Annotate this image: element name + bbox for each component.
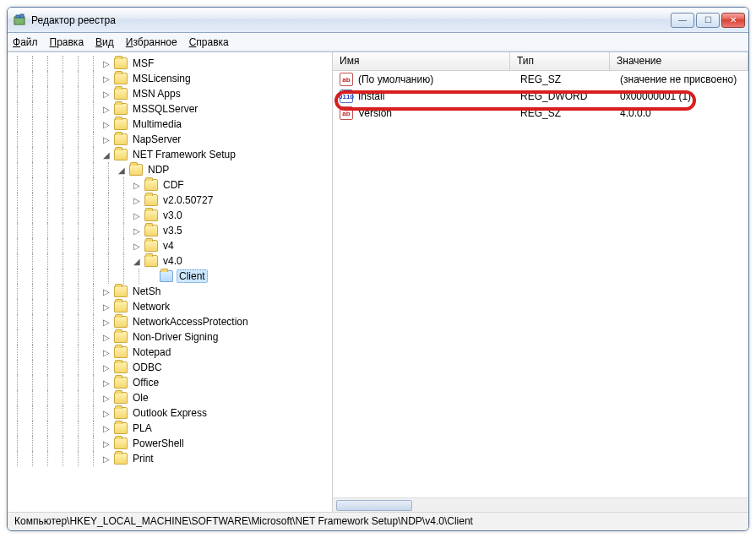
tree-item[interactable]: ▷Network <box>9 299 332 314</box>
tree-item[interactable]: ▷Ole <box>9 390 332 405</box>
tree-item[interactable]: ▷MSN Apps <box>9 86 332 101</box>
tree-toggle-icon[interactable]: ▷ <box>101 422 112 434</box>
tree-toggle-icon[interactable]: ▷ <box>101 346 112 358</box>
tree-item[interactable]: Client <box>9 269 332 284</box>
folder-icon <box>114 73 128 84</box>
tree-item[interactable]: ◢NET Framework Setup <box>9 147 332 162</box>
tree-toggle-icon[interactable]: ◢ <box>116 164 128 176</box>
tree-toggle-icon[interactable]: ▷ <box>101 57 112 69</box>
tree-item[interactable]: ▷Non-Driver Signing <box>9 329 332 345</box>
tree-toggle-icon[interactable]: ▷ <box>131 209 143 221</box>
tree-item[interactable]: ▷v3.0 <box>9 208 332 223</box>
tree-toggle-icon[interactable]: ▷ <box>131 225 143 236</box>
tree-toggle-icon[interactable]: ▷ <box>101 103 112 115</box>
tree-toggle-icon[interactable]: ▷ <box>101 133 112 145</box>
tree-toggle-icon[interactable]: ▷ <box>101 377 112 389</box>
title-bar[interactable]: Редактор реестра — ☐ ✕ <box>8 8 748 33</box>
tree-label: Outlook Express <box>131 407 209 419</box>
dword-value-icon: 0110 <box>340 90 353 103</box>
tree-toggle-icon[interactable]: ▷ <box>101 118 112 130</box>
registry-tree[interactable]: ▷MSF▷MSLicensing▷MSN Apps▷MSSQLServer▷Mu… <box>8 52 333 512</box>
close-button[interactable]: ✕ <box>721 13 745 28</box>
tree-item[interactable]: ▷MSF <box>9 56 332 71</box>
scrollbar-thumb[interactable] <box>336 500 412 511</box>
tree-toggle-icon[interactable]: ◢ <box>131 255 143 267</box>
window-title: Редактор реестра <box>31 14 671 26</box>
folder-icon <box>144 194 158 206</box>
tree-toggle-icon[interactable]: ▷ <box>101 301 112 312</box>
value-data: 0x00000001 (1) <box>613 90 748 102</box>
tree-toggle-icon[interactable]: ▷ <box>101 453 112 465</box>
menu-favorites[interactable]: Избранное <box>126 36 177 48</box>
col-header-value[interactable]: Значение <box>610 52 748 70</box>
tree-item[interactable]: ▷NetworkAccessProtection <box>9 314 332 329</box>
tree-label: Network <box>131 301 171 312</box>
tree-item[interactable]: ◢v4.0 <box>9 253 332 269</box>
tree-item[interactable]: ▷MSSQLServer <box>9 101 332 117</box>
tree-item[interactable]: ▷NetSh <box>9 284 332 299</box>
tree-toggle-icon[interactable]: ▷ <box>101 437 112 449</box>
menu-bar: Файл Правка Вид Избранное Справка <box>8 33 748 52</box>
folder-icon <box>114 377 128 389</box>
list-row[interactable]: ab (По умолчанию) REG_SZ (значение не пр… <box>333 71 748 88</box>
tree-item[interactable]: ▷Print <box>9 451 332 466</box>
tree-toggle-icon[interactable]: ▷ <box>131 240 143 252</box>
tree-toggle-icon[interactable]: ▷ <box>101 73 112 84</box>
tree-toggle-icon[interactable]: ▷ <box>131 179 143 191</box>
tree-label: Notepad <box>131 346 172 358</box>
tree-toggle-icon[interactable]: ▷ <box>101 407 112 419</box>
tree-toggle-icon[interactable]: ▷ <box>101 285 112 297</box>
tree-item[interactable]: ▷NapServer <box>9 132 332 147</box>
list-row[interactable]: 0110 Install REG_DWORD 0x00000001 (1) <box>333 88 748 105</box>
tree-item[interactable]: ▷Multimedia <box>9 117 332 132</box>
minimize-button[interactable]: — <box>671 13 694 28</box>
maximize-button[interactable]: ☐ <box>696 13 720 28</box>
col-header-type[interactable]: Тип <box>510 52 610 70</box>
tree-label: Client <box>177 269 208 283</box>
tree-item[interactable]: ▷ODBC <box>9 360 332 375</box>
tree-toggle-icon[interactable]: ▷ <box>131 194 143 206</box>
tree-toggle-icon[interactable]: ▷ <box>101 361 112 373</box>
list-header: Имя Тип Значение <box>333 52 748 71</box>
menu-view[interactable]: Вид <box>95 36 114 48</box>
tree-item[interactable]: ▷Office <box>9 375 332 390</box>
folder-icon <box>144 255 158 267</box>
tree-label: Multimedia <box>131 118 183 130</box>
tree-item[interactable]: ▷MSLicensing <box>9 71 332 86</box>
tree-label: NDP <box>146 164 171 176</box>
tree-item[interactable]: ▷Outlook Express <box>9 405 332 421</box>
tree-item[interactable]: ▷PowerShell <box>9 436 332 451</box>
tree-item[interactable]: ▷v4 <box>9 238 332 253</box>
value-type: REG_DWORD <box>514 90 613 102</box>
tree-item[interactable]: ▷v2.0.50727 <box>9 193 332 208</box>
tree-toggle-icon[interactable]: ◢ <box>101 149 112 160</box>
tree-item[interactable]: ▷CDF <box>9 177 332 193</box>
tree-item[interactable]: ▷v3.5 <box>9 223 332 238</box>
tree-toggle-icon[interactable]: ▷ <box>101 331 112 343</box>
status-bar: Компьютер\HKEY_LOCAL_MACHINE\SOFTWARE\Mi… <box>8 512 748 530</box>
tree-toggle-icon[interactable]: ▷ <box>101 392 112 404</box>
folder-icon <box>114 331 128 343</box>
work-area: ▷MSF▷MSLicensing▷MSN Apps▷MSSQLServer▷Mu… <box>8 52 748 512</box>
tree-label: NapServer <box>131 133 182 145</box>
horizontal-scrollbar[interactable] <box>333 497 748 512</box>
tree-label: v4 <box>161 240 176 252</box>
tree-toggle-icon[interactable]: ▷ <box>101 88 112 100</box>
tree-item[interactable]: ▷PLA <box>9 421 332 436</box>
col-header-name[interactable]: Имя <box>333 52 510 70</box>
folder-icon <box>114 149 128 160</box>
tree-item[interactable]: ▷Notepad <box>9 345 332 360</box>
menu-edit[interactable]: Правка <box>50 36 84 48</box>
tree-label: Ole <box>131 392 150 404</box>
list-row[interactable]: ab Version REG_SZ 4.0.0.0 <box>333 105 748 122</box>
tree-label: CDF <box>161 179 186 191</box>
tree-label: NetworkAccessProtection <box>131 316 250 328</box>
tree-label: MSF <box>131 57 155 69</box>
folder-icon <box>144 225 158 236</box>
list-body[interactable]: ab (По умолчанию) REG_SZ (значение не пр… <box>333 71 748 497</box>
menu-help[interactable]: Справка <box>189 36 229 48</box>
tree-item[interactable]: ◢NDP <box>9 162 332 177</box>
string-value-icon: ab <box>340 73 353 86</box>
tree-toggle-icon[interactable]: ▷ <box>101 316 112 328</box>
menu-file[interactable]: Файл <box>13 36 38 48</box>
